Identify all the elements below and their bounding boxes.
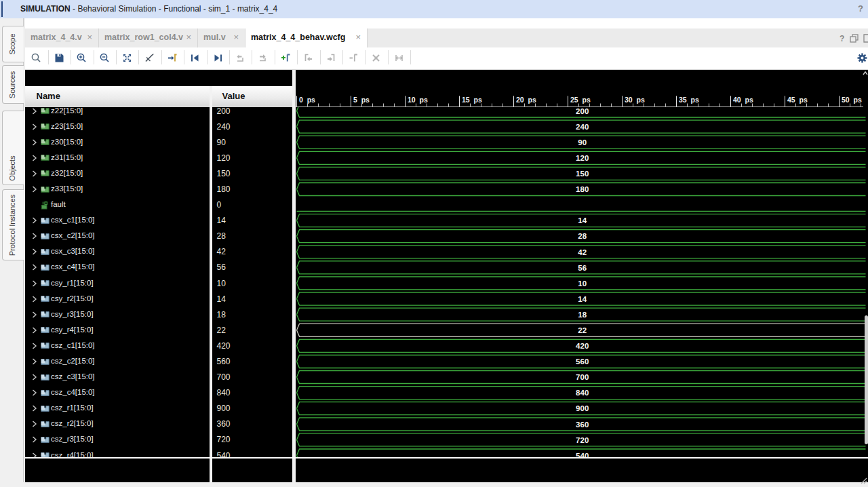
svg-text:200: 200 [576, 107, 589, 115]
svg-text:35 ps: 35 ps [679, 96, 699, 104]
svg-text:360: 360 [576, 421, 589, 429]
svg-text:840: 840 [576, 389, 589, 397]
svg-text:18: 18 [578, 311, 587, 319]
svg-text:50 ps: 50 ps [842, 96, 862, 104]
svg-text:10: 10 [578, 279, 587, 288]
svg-text:30 ps: 30 ps [625, 96, 645, 104]
svg-text:14: 14 [578, 216, 587, 225]
svg-text:15 ps: 15 ps [462, 96, 482, 104]
svg-text:28: 28 [578, 232, 587, 240]
svg-text:240: 240 [576, 123, 589, 131]
svg-text:10 ps: 10 ps [408, 96, 428, 104]
svg-text:180: 180 [576, 185, 589, 193]
svg-text:?: ? [840, 34, 844, 43]
svg-text:720: 720 [576, 436, 589, 444]
svg-text:420: 420 [576, 342, 589, 350]
svg-text:45 ps: 45 ps [787, 96, 808, 104]
svg-text:42: 42 [578, 248, 587, 256]
svg-text:900: 900 [576, 404, 589, 412]
svg-text:0 ps: 0 ps [299, 96, 315, 104]
svg-text:20 ps: 20 ps [516, 96, 536, 104]
svg-text:120: 120 [576, 154, 589, 162]
svg-text:5 ps: 5 ps [353, 96, 370, 104]
svg-text:25 ps: 25 ps [570, 96, 591, 104]
svg-text:14: 14 [578, 295, 587, 303]
svg-text:56: 56 [578, 264, 587, 272]
svg-text:40 ps: 40 ps [733, 96, 753, 104]
svg-text:90: 90 [578, 138, 587, 147]
svg-text:22: 22 [578, 326, 587, 334]
svg-text:700: 700 [576, 373, 589, 381]
svg-text:150: 150 [576, 170, 589, 178]
svg-text:560: 560 [576, 357, 589, 366]
